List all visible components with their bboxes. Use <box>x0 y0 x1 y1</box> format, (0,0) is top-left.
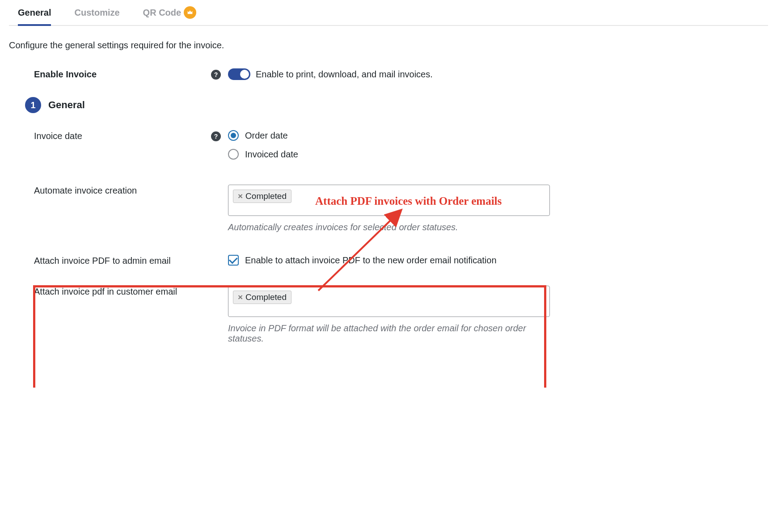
status-tag-label: Completed <box>245 292 287 302</box>
tab-customize[interactable]: Customize <box>74 0 119 25</box>
close-icon[interactable]: × <box>238 292 243 302</box>
status-tag-label: Completed <box>245 191 287 201</box>
radio-invoiced-date[interactable]: Invoiced date <box>228 149 550 160</box>
admin-email-desc: Enable to attach invoice PDF to the new … <box>245 255 497 266</box>
row-admin-email: Attach invoice PDF to admin email Enable… <box>9 255 768 266</box>
automate-hint: Automatically creates invoices for selec… <box>228 222 550 232</box>
admin-email-checkbox[interactable] <box>228 255 239 266</box>
close-icon[interactable]: × <box>238 191 243 201</box>
invoice-date-label: Invoice date <box>34 131 82 141</box>
customer-email-status-select[interactable]: × Completed <box>228 286 550 317</box>
admin-email-label: Attach invoice PDF to admin email <box>34 256 171 266</box>
enable-invoice-label: Enable Invoice <box>34 69 97 80</box>
crown-icon <box>184 6 196 19</box>
radio-order-date-label: Order date <box>245 131 288 141</box>
automate-invoice-label: Automate invoice creation <box>34 186 137 196</box>
radio-icon <box>228 130 239 141</box>
settings-tabs: General Customize QR Code <box>9 0 768 26</box>
row-customer-email: Attach invoice pdf in customer email × C… <box>9 286 768 344</box>
status-tag-completed: × Completed <box>233 190 291 203</box>
help-icon[interactable]: ? <box>211 131 221 141</box>
enable-invoice-toggle[interactable] <box>228 68 250 80</box>
row-automate-invoice: Automate invoice creation × Completed Au… <box>9 185 768 232</box>
radio-order-date[interactable]: Order date <box>228 130 550 141</box>
radio-icon <box>228 149 239 160</box>
customer-email-hint: Invoice in PDF format will be attached w… <box>228 323 550 344</box>
tab-qrcode-label: QR Code <box>143 8 182 18</box>
row-enable-invoice: Enable Invoice ? Enable to print, downlo… <box>9 68 768 80</box>
section-number-badge: 1 <box>25 97 41 113</box>
row-invoice-date: Invoice date ? Order date Invoiced date <box>9 130 768 168</box>
status-tag-completed: × Completed <box>233 291 291 304</box>
section-title: General <box>48 99 85 111</box>
enable-invoice-desc: Enable to print, download, and mail invo… <box>256 69 433 80</box>
page-description: Configure the general settings required … <box>9 40 768 51</box>
tab-qrcode[interactable]: QR Code <box>143 0 197 25</box>
radio-invoiced-date-label: Invoiced date <box>245 149 298 160</box>
automate-status-select[interactable]: × Completed <box>228 185 550 216</box>
help-icon[interactable]: ? <box>211 70 221 80</box>
section-header-general: 1 General <box>9 97 768 113</box>
customer-email-label: Attach invoice pdf in customer email <box>34 287 177 297</box>
tab-general[interactable]: General <box>18 0 51 25</box>
